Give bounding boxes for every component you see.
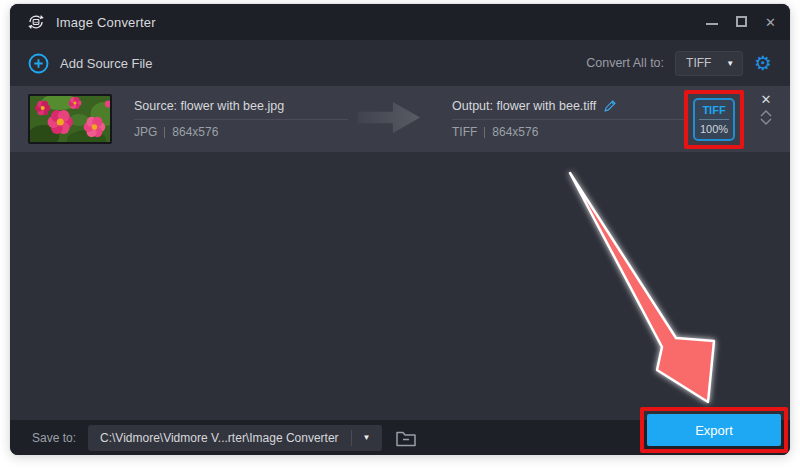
toolbar-right-group: Convert All to: TIFF ▼ ⚙ — [586, 51, 772, 76]
output-filename: Output: flower with bee.tiff — [452, 99, 596, 113]
add-plus-icon — [28, 53, 49, 74]
badge-quality-label: 100% — [700, 123, 728, 135]
divider — [134, 119, 348, 120]
add-source-file-label: Add Source File — [60, 56, 153, 71]
row-controls: ✕ — [760, 86, 772, 152]
maximize-icon — [736, 16, 747, 27]
app-window: Image Converter ✕ Add Source File Conver… — [10, 4, 790, 455]
output-dimensions: 864x576 — [492, 125, 538, 139]
output-filename-line: Output: flower with bee.tiff — [452, 99, 684, 113]
add-source-file-button[interactable]: Add Source File — [28, 53, 153, 74]
divider — [164, 127, 165, 138]
export-highlight-box: Export — [640, 407, 788, 453]
save-path-combo[interactable]: C:\Vidmore\Vidmore V...rter\Image Conver… — [88, 425, 382, 451]
app-logo-icon — [26, 12, 46, 32]
output-format-badge[interactable]: TIFF 100% — [693, 98, 735, 141]
move-down-icon[interactable] — [760, 118, 772, 125]
divider — [699, 119, 729, 120]
browse-folder-icon[interactable] — [394, 427, 418, 449]
convert-format-dropdown[interactable]: TIFF ▼ — [675, 51, 743, 76]
format-badge-highlight-box: TIFF 100% — [684, 90, 744, 149]
rename-pencil-icon[interactable] — [603, 99, 617, 113]
divider — [452, 119, 684, 120]
remove-file-icon[interactable]: ✕ — [761, 93, 772, 106]
output-format: TIFF — [452, 125, 477, 139]
output-meta: TIFF 864x576 — [452, 125, 684, 139]
save-to-label: Save to: — [32, 431, 76, 445]
save-path-value: C:\Vidmore\Vidmore V...rter\Image Conver… — [88, 431, 351, 445]
file-row: Source: flower with bee.jpg JPG 864x576 … — [10, 86, 790, 152]
chevron-down-icon: ▼ — [726, 59, 742, 68]
toolbar: Add Source File Convert All to: TIFF ▼ ⚙ — [10, 40, 790, 86]
settings-gear-icon[interactable]: ⚙ — [754, 53, 772, 73]
title-bar: Image Converter ✕ — [10, 4, 790, 40]
maximize-button[interactable] — [736, 16, 747, 29]
badge-format-label: TIFF — [702, 104, 725, 116]
move-up-icon[interactable] — [760, 110, 772, 117]
close-button[interactable]: ✕ — [765, 16, 776, 29]
file-list-empty-area — [10, 152, 790, 420]
window-controls: ✕ — [706, 16, 776, 29]
divider — [484, 127, 485, 138]
source-dimensions: 864x576 — [172, 125, 218, 139]
save-path-dropdown-icon[interactable]: ▼ — [352, 433, 382, 442]
window-title: Image Converter — [56, 15, 156, 30]
convert-format-value: TIFF — [676, 56, 726, 70]
source-meta: JPG 864x576 — [134, 125, 348, 139]
source-thumbnail — [28, 94, 112, 144]
convert-all-label: Convert All to: — [586, 56, 664, 70]
minimize-icon — [706, 23, 718, 25]
export-button[interactable]: Export — [647, 414, 781, 446]
footer-bar: Save to: C:\Vidmore\Vidmore V...rter\Ima… — [10, 420, 790, 455]
source-format: JPG — [134, 125, 157, 139]
source-info: Source: flower with bee.jpg JPG 864x576 — [134, 99, 348, 139]
output-info: Output: flower with bee.tiff TIFF 864x57… — [452, 99, 684, 139]
convert-direction-arrow-icon — [354, 100, 424, 139]
minimize-button[interactable] — [706, 16, 718, 29]
source-filename: Source: flower with bee.jpg — [134, 99, 348, 113]
